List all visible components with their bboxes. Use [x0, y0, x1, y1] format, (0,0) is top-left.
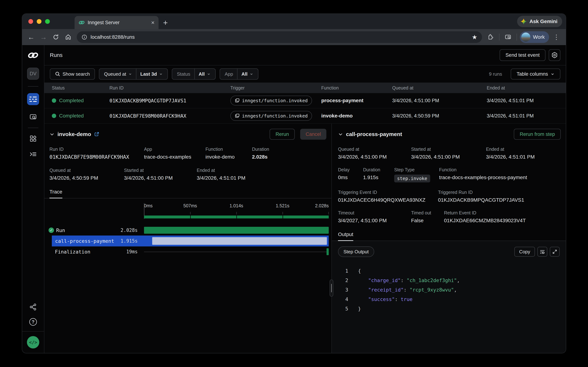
column-header-status[interactable]: Status [52, 85, 109, 91]
inngest-app: DV [22, 45, 566, 353]
bookmark-star-icon[interactable]: ★ [472, 33, 477, 41]
trace-row-run[interactable]: ✓ Run 2.028s [44, 225, 331, 235]
chevron-down-icon [250, 72, 253, 76]
tab-output[interactable]: Output [338, 232, 353, 241]
status-filter-select[interactable]: All [194, 69, 215, 79]
function-link[interactable]: invoke-demo [206, 154, 252, 160]
trace-rows: ✓ Run 2.028s call-process-payment 1.915s [44, 225, 331, 257]
help-icon[interactable]: ? [29, 318, 37, 326]
rerun-from-step-button[interactable]: Rerun from step [514, 129, 561, 140]
collapse-chevron-icon[interactable] [338, 132, 343, 137]
trace-minimap[interactable] [144, 216, 329, 218]
time-range-select[interactable]: Last 3d [136, 69, 167, 79]
field-duration: Duration 2.028s [252, 147, 269, 160]
trigger-name: inngest/function.invoked [242, 113, 308, 119]
function-link[interactable]: trace-docs-examples-process-payment [439, 175, 527, 180]
panel-resize-handle[interactable] [330, 280, 333, 297]
site-info-icon[interactable] [82, 34, 87, 40]
browser-tab[interactable]: Inngest Server × [75, 16, 158, 29]
browser-menu-icon[interactable]: ⋮ [550, 33, 563, 41]
trace-bar-finalization[interactable] [327, 248, 329, 255]
tab-search-icon[interactable] [502, 32, 514, 43]
step-output-pill[interactable]: Step Output [338, 246, 374, 257]
gemini-sparkle-icon [520, 18, 527, 25]
url-text[interactable]: localhost:8288/runs [91, 34, 469, 40]
collapse-chevron-icon[interactable] [50, 132, 55, 137]
home-icon[interactable] [63, 32, 74, 43]
trace-row-call-process-payment[interactable]: call-process-payment 1.915s [52, 235, 329, 246]
tab-close-icon[interactable]: × [151, 20, 155, 25]
app-sidebar: DV [22, 45, 44, 353]
column-header-ended-at[interactable]: Ended at [487, 85, 566, 91]
field-queued-at: Queued at 3/4/2026, 4:51:00 PM [338, 147, 411, 160]
step-title: call-process-payment [346, 131, 402, 137]
time-field-label: Queued at [104, 71, 126, 77]
app-filter-select[interactable]: All [237, 69, 257, 79]
ask-gemini-button[interactable]: Ask Gemini [517, 16, 562, 27]
send-test-event-button[interactable]: Send test event [500, 49, 546, 61]
minimize-window-button[interactable] [37, 19, 41, 24]
external-link-icon[interactable] [94, 132, 99, 137]
settings-gear-button[interactable] [549, 49, 560, 61]
field-function: Function invoke-demo [206, 147, 252, 160]
forward-icon[interactable]: → [38, 32, 49, 43]
column-header-run-id[interactable]: Run ID [109, 85, 230, 91]
table-columns-button[interactable]: Table columns [511, 68, 560, 79]
chevron-down-icon [159, 72, 163, 76]
trigger-badge[interactable]: inngest/function.invoked [230, 96, 312, 106]
expand-button[interactable] [550, 247, 560, 257]
new-tab-button[interactable]: + [163, 18, 168, 27]
trace-bar-run[interactable] [144, 227, 329, 234]
column-header-function[interactable]: Function [321, 85, 392, 91]
triggering-event-link[interactable]: 01KJXDACEC6H49QRQXWEA93NXZ [338, 197, 438, 203]
app-filter-label: App [225, 71, 233, 77]
sidebar-item-apps[interactable] [29, 134, 37, 142]
show-search-button[interactable]: Show search [50, 68, 95, 80]
profile-chip[interactable]: Work [520, 31, 549, 43]
axis-tick-label: 507ms [183, 203, 197, 209]
share-icon[interactable] [29, 303, 37, 311]
sidebar-item-runs[interactable] [27, 93, 39, 105]
tab-strip: Inngest Server × + Ask Gemini [22, 14, 566, 29]
output-tabs: Output [332, 232, 566, 241]
return-event-link[interactable]: 01KJXDAE66CMZMB28439023V4T [444, 218, 526, 224]
cancel-button[interactable]: Cancel [300, 129, 326, 140]
workspace-avatar[interactable]: DV [27, 68, 39, 80]
trace-bar-step[interactable] [152, 237, 327, 245]
inngest-logo-icon[interactable] [27, 51, 39, 59]
trace-row-finalization[interactable]: Finalization 19ms [44, 246, 331, 257]
sidebar-item-terminal[interactable] [29, 150, 37, 158]
column-header-queued-at[interactable]: Queued at [392, 85, 487, 91]
back-icon[interactable]: ← [25, 32, 37, 43]
reload-icon[interactable] [50, 32, 61, 43]
extensions-icon[interactable] [485, 32, 496, 43]
trigger-badge[interactable]: inngest/function.invoked [230, 111, 312, 121]
status-filter-label: Status [177, 71, 190, 77]
column-header-trigger[interactable]: Trigger [230, 85, 321, 91]
filter-bar: Show search Queued at Last 3d Status [44, 66, 566, 83]
time-field-select[interactable]: Queued at [100, 69, 136, 79]
close-window-button[interactable] [28, 19, 33, 24]
field-timeout: Timeout 3/4/2027, 4:51:00 PM [338, 210, 411, 224]
tab-trace[interactable]: Trace [50, 189, 62, 198]
maximize-window-button[interactable] [45, 19, 50, 24]
word-wrap-button[interactable] [538, 247, 547, 257]
output-code[interactable]: 1 { 2 "charge_id": "ch_1abc2def3ghi", 3 … [338, 266, 560, 313]
dev-code-button[interactable]: </> [27, 336, 39, 349]
code-line: 2 "charge_id": "ch_1abc2def3ghi", [338, 275, 560, 285]
copy-button[interactable]: Copy [514, 247, 535, 257]
triggered-run-link[interactable]: 01KJXDACKB9MPQACGTDP7JAVS1 [438, 197, 524, 203]
field-function: Function trace-docs-examples-process-pay… [439, 167, 527, 183]
main-content: Runs Send test event [44, 45, 566, 353]
table-row[interactable]: Completed 01KJXDACBF7E98M00RAFCK9HAX inn… [44, 108, 566, 124]
toolbar-divider [517, 34, 517, 41]
url-bar[interactable]: localhost:8288/runs ★ [77, 31, 482, 43]
event-icon [235, 113, 240, 118]
sidebar-item-events[interactable] [29, 113, 37, 121]
code-line: 5 } [338, 304, 560, 313]
app-link[interactable]: trace-docs-examples [144, 154, 206, 160]
trigger-name: inngest/function.invoked [242, 98, 308, 103]
table-row[interactable]: Completed 01KJXDACKB9MPQACGTDP7JAVS1 inn… [44, 93, 566, 108]
app-filter-value: All [241, 71, 248, 77]
rerun-button[interactable]: Rerun [270, 129, 295, 140]
